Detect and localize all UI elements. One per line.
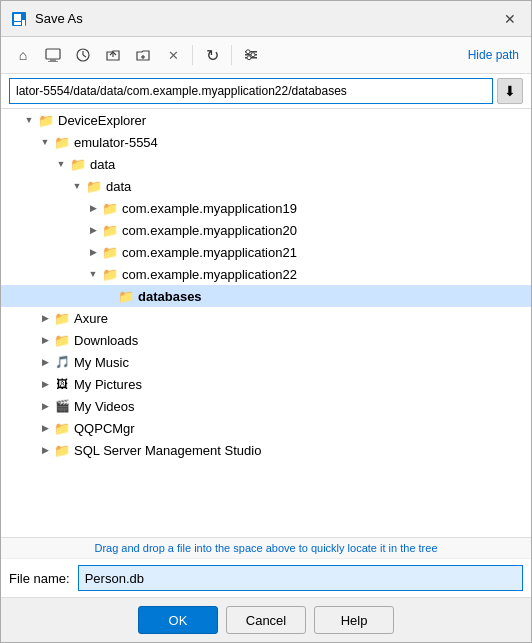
separator-1: [192, 45, 193, 65]
filename-row: File name:: [1, 559, 531, 597]
svg-rect-3: [14, 22, 21, 25]
label-my-pictures: My Pictures: [74, 377, 142, 392]
svg-line-9: [83, 55, 86, 57]
tree-item-axure[interactable]: 📁 Axure: [1, 307, 531, 329]
toggle-emulator[interactable]: [37, 131, 53, 153]
svg-rect-2: [22, 20, 25, 26]
tree-item-data1[interactable]: 📁 data: [1, 153, 531, 175]
folder-icon-data1: 📁: [69, 155, 87, 173]
tree-item-my-music[interactable]: 🎵 My Music: [1, 351, 531, 373]
label-databases: databases: [138, 289, 202, 304]
label-qqpcmgr: QQPCMgr: [74, 421, 135, 436]
folder-icon-databases: 📁: [117, 287, 135, 305]
save-as-dialog: Save As ✕ ⌂ ✕ ↻ Hide path ⬇: [0, 0, 532, 643]
title-bar: Save As ✕: [1, 1, 531, 37]
tree-item-my-videos[interactable]: 🎬 My Videos: [1, 395, 531, 417]
button-row: OK Cancel Help: [1, 597, 531, 642]
toggle-axure[interactable]: [37, 307, 53, 329]
toolbar: ⌂ ✕ ↻ Hide path: [1, 37, 531, 74]
folder-icon-data2: 📁: [85, 177, 103, 195]
label-app19: com.example.myapplication19: [122, 201, 297, 216]
tree-item-ssms[interactable]: 📁 SQL Server Management Studio: [1, 439, 531, 461]
music-icon: 🎵: [53, 353, 71, 371]
label-app22: com.example.myapplication22: [122, 267, 297, 282]
toggle-downloads[interactable]: [37, 329, 53, 351]
svg-rect-6: [48, 61, 58, 62]
label-app21: com.example.myapplication21: [122, 245, 297, 260]
label-data2: data: [106, 179, 131, 194]
dialog-icon: [9, 9, 29, 29]
label-emulator: emulator-5554: [74, 135, 158, 150]
folder-icon-device-explorer: 📁: [37, 111, 55, 129]
path-input[interactable]: [9, 78, 493, 104]
desktop-button[interactable]: [39, 41, 67, 69]
tree-item-device-explorer[interactable]: 📁 DeviceExplorer: [1, 109, 531, 131]
toggle-qqpcmgr[interactable]: [37, 417, 53, 439]
toggle-device-explorer[interactable]: [21, 109, 37, 131]
toggle-app20[interactable]: [85, 219, 101, 241]
toggle-app19[interactable]: [85, 197, 101, 219]
recent-button[interactable]: [69, 41, 97, 69]
folder-icon-app19: 📁: [101, 199, 119, 217]
tree-item-app21[interactable]: 📁 com.example.myapplication21: [1, 241, 531, 263]
videos-icon: 🎬: [53, 397, 71, 415]
toggle-app22[interactable]: [85, 263, 101, 285]
tree-item-my-pictures[interactable]: 🖼 My Pictures: [1, 373, 531, 395]
filename-input[interactable]: [78, 565, 523, 591]
tree-item-downloads[interactable]: 📁 Downloads: [1, 329, 531, 351]
folder-icon-downloads: 📁: [53, 331, 71, 349]
label-my-videos: My Videos: [74, 399, 134, 414]
toggle-data2[interactable]: [69, 175, 85, 197]
label-axure: Axure: [74, 311, 108, 326]
cancel-button[interactable]: Cancel: [226, 606, 306, 634]
svg-point-17: [251, 53, 255, 57]
svg-point-18: [247, 56, 251, 60]
label-downloads: Downloads: [74, 333, 138, 348]
tree-item-app20[interactable]: 📁 com.example.myapplication20: [1, 219, 531, 241]
svg-point-16: [246, 50, 250, 54]
new-folder-button[interactable]: [129, 41, 157, 69]
tree-item-data2[interactable]: 📁 data: [1, 175, 531, 197]
drag-hint: Drag and drop a file into the space abov…: [1, 538, 531, 559]
path-bar: ⬇: [1, 74, 531, 109]
home-button[interactable]: ⌂: [9, 41, 37, 69]
folder-icon-ssms: 📁: [53, 441, 71, 459]
options-button[interactable]: [237, 41, 265, 69]
label-data1: data: [90, 157, 115, 172]
tree-item-app22[interactable]: 📁 com.example.myapplication22: [1, 263, 531, 285]
path-download-button[interactable]: ⬇: [497, 78, 523, 104]
dialog-title: Save As: [35, 11, 497, 26]
folder-icon-axure: 📁: [53, 309, 71, 327]
toggle-my-videos[interactable]: [37, 395, 53, 417]
delete-button[interactable]: ✕: [159, 41, 187, 69]
folder-icon-emulator: 📁: [53, 133, 71, 151]
parent-folder-button[interactable]: [99, 41, 127, 69]
folder-icon-app20: 📁: [101, 221, 119, 239]
svg-rect-1: [14, 14, 21, 21]
label-app20: com.example.myapplication20: [122, 223, 297, 238]
tree-item-qqpcmgr[interactable]: 📁 QQPCMgr: [1, 417, 531, 439]
ok-button[interactable]: OK: [138, 606, 218, 634]
tree-item-app19[interactable]: 📁 com.example.myapplication19: [1, 197, 531, 219]
close-button[interactable]: ✕: [497, 6, 523, 32]
tree-item-emulator[interactable]: 📁 emulator-5554: [1, 131, 531, 153]
hide-path-button[interactable]: Hide path: [464, 46, 523, 64]
file-tree: 📁 DeviceExplorer 📁 emulator-5554 📁 data …: [1, 109, 531, 538]
refresh-button[interactable]: ↻: [198, 41, 226, 69]
svg-rect-5: [50, 59, 56, 61]
filename-label: File name:: [9, 571, 70, 586]
help-button[interactable]: Help: [314, 606, 394, 634]
tree-item-databases[interactable]: 📁 databases: [1, 285, 531, 307]
label-device-explorer: DeviceExplorer: [58, 113, 146, 128]
svg-rect-4: [46, 49, 60, 59]
toggle-ssms[interactable]: [37, 439, 53, 461]
pictures-icon: 🖼: [53, 375, 71, 393]
folder-icon-qqpcmgr: 📁: [53, 419, 71, 437]
toggle-my-pictures[interactable]: [37, 373, 53, 395]
folder-icon-app22: 📁: [101, 265, 119, 283]
label-my-music: My Music: [74, 355, 129, 370]
toggle-my-music[interactable]: [37, 351, 53, 373]
toggle-data1[interactable]: [53, 153, 69, 175]
separator-2: [231, 45, 232, 65]
toggle-app21[interactable]: [85, 241, 101, 263]
